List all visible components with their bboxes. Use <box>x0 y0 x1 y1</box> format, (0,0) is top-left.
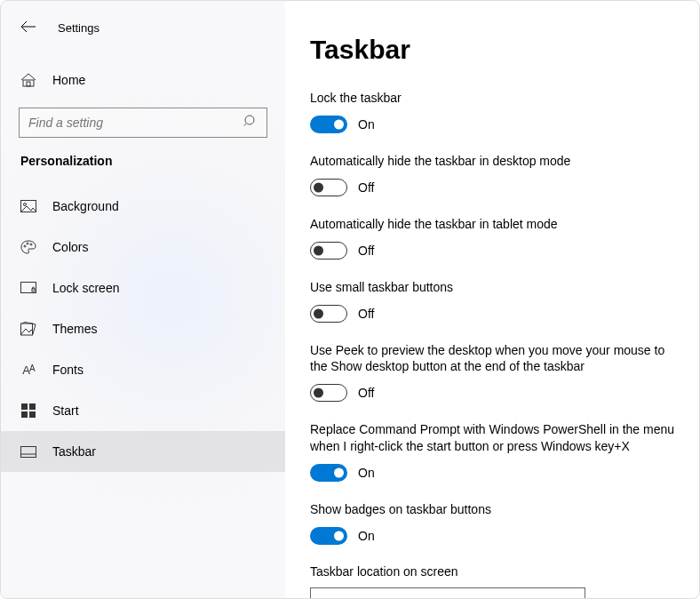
setting-label: Automatically hide the taskbar in deskto… <box>310 153 678 170</box>
svg-rect-16 <box>29 411 36 418</box>
toggle-state: Off <box>358 307 374 321</box>
start-icon <box>20 403 36 418</box>
toggle-state: On <box>358 529 375 543</box>
window-title: Settings <box>58 21 99 35</box>
toggle-lock-taskbar[interactable] <box>310 116 347 133</box>
svg-point-8 <box>27 243 28 244</box>
sidebar-item-fonts[interactable]: AA Fonts <box>1 349 285 390</box>
toggle-state: Off <box>358 386 374 400</box>
toggle-autohide-tablet[interactable] <box>310 242 347 260</box>
sidebar-item-background[interactable]: Background <box>1 186 285 227</box>
picture-icon <box>20 200 36 212</box>
setting-badges: Show badges on taskbar buttons On <box>310 501 678 545</box>
home-icon <box>20 73 36 87</box>
dropdown-value: Bottom <box>320 595 359 598</box>
palette-icon <box>20 240 36 254</box>
setting-peek: Use Peek to preview the desktop when you… <box>310 342 678 403</box>
svg-line-4 <box>244 124 247 126</box>
svg-rect-2 <box>27 82 30 86</box>
window-header: Settings <box>1 13 285 42</box>
search-container <box>1 100 285 138</box>
svg-point-7 <box>24 245 26 247</box>
svg-point-6 <box>24 204 27 206</box>
sidebar-item-start[interactable]: Start <box>1 390 285 431</box>
setting-label: Lock the taskbar <box>310 90 678 107</box>
setting-autohide-tablet: Automatically hide the taskbar in tablet… <box>310 216 678 260</box>
search-box[interactable] <box>19 108 267 138</box>
sidebar-item-themes[interactable]: Themes <box>1 308 285 349</box>
search-input[interactable] <box>28 116 243 130</box>
setting-label: Use Peek to preview the desktop when you… <box>310 342 678 376</box>
taskbar-location-dropdown[interactable]: Bottom <box>310 587 585 598</box>
back-button[interactable] <box>20 20 36 36</box>
settings-window: Settings Home Personalization <box>0 0 700 599</box>
svg-rect-14 <box>29 403 36 410</box>
home-label: Home <box>52 73 85 87</box>
setting-label: Show badges on taskbar buttons <box>310 501 678 518</box>
themes-icon <box>20 322 36 336</box>
sidebar-item-label: Themes <box>52 322 98 336</box>
svg-rect-11 <box>32 289 35 292</box>
toggle-small-buttons[interactable] <box>310 305 347 323</box>
dropdown-label: Taskbar location on screen <box>310 564 678 579</box>
home-nav[interactable]: Home <box>1 60 285 100</box>
search-icon <box>243 114 258 132</box>
svg-point-9 <box>30 244 32 245</box>
sidebar-item-label: Lock screen <box>52 281 119 295</box>
setting-label: Replace Command Prompt with Windows Powe… <box>310 421 678 455</box>
svg-rect-17 <box>21 446 36 457</box>
setting-lock-taskbar: Lock the taskbar On <box>310 90 678 133</box>
sidebar-item-lockscreen[interactable]: Lock screen <box>1 268 285 308</box>
taskbar-icon <box>20 446 36 458</box>
nav-list: Background Colors Lock screen <box>1 186 285 472</box>
setting-small-buttons: Use small taskbar buttons Off <box>310 279 678 323</box>
toggle-state: Off <box>358 180 374 195</box>
toggle-state: On <box>358 117 375 132</box>
svg-rect-1 <box>23 80 34 86</box>
toggle-powershell[interactable] <box>310 464 347 482</box>
sidebar-item-label: Colors <box>52 240 88 254</box>
sidebar-item-label: Background <box>52 199 119 213</box>
toggle-autohide-desktop[interactable] <box>310 179 347 196</box>
toggle-peek[interactable] <box>310 384 347 402</box>
sidebar-item-label: Start <box>52 403 79 418</box>
svg-point-3 <box>245 116 254 124</box>
lock-screen-icon <box>20 282 36 294</box>
sidebar-item-colors[interactable]: Colors <box>1 227 285 268</box>
setting-powershell: Replace Command Prompt with Windows Powe… <box>310 421 678 482</box>
toggle-badges[interactable] <box>310 527 347 545</box>
sidebar-item-label: Fonts <box>52 363 84 377</box>
fonts-icon: AA <box>20 363 36 377</box>
page-title: Taskbar <box>310 35 678 65</box>
chevron-down-icon <box>565 595 576 598</box>
sidebar-item-taskbar[interactable]: Taskbar <box>1 431 285 472</box>
setting-label: Use small taskbar buttons <box>310 279 678 296</box>
sidebar-item-label: Taskbar <box>52 444 96 459</box>
category-heading: Personalization <box>1 138 285 180</box>
toggle-state: Off <box>358 244 374 258</box>
svg-rect-13 <box>21 403 28 410</box>
svg-rect-15 <box>21 411 28 418</box>
main-panel: Taskbar Lock the taskbar On Automaticall… <box>285 1 699 598</box>
setting-autohide-desktop: Automatically hide the taskbar in deskto… <box>310 153 678 196</box>
toggle-state: On <box>358 466 375 480</box>
arrow-left-icon <box>20 20 36 33</box>
sidebar: Settings Home Personalization <box>1 1 285 598</box>
setting-label: Automatically hide the taskbar in tablet… <box>310 216 678 233</box>
